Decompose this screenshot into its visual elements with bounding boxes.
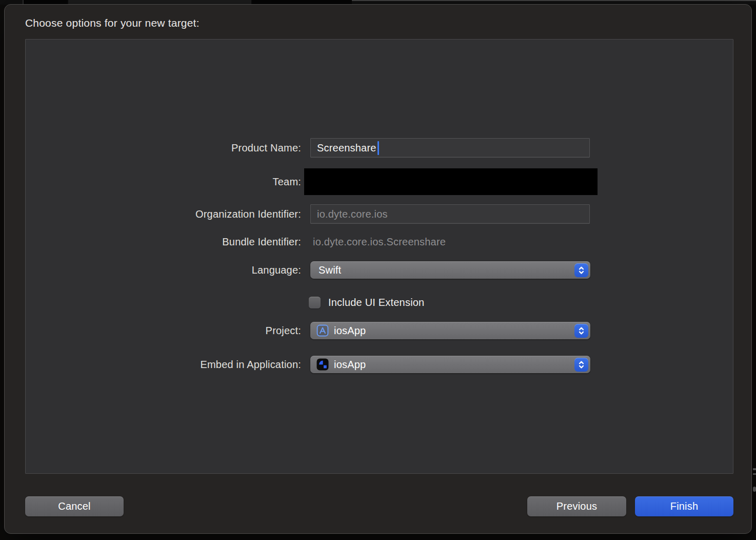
language-value: Swift bbox=[319, 264, 341, 276]
background-artifact bbox=[753, 468, 756, 470]
include-ui-extension-checkbox[interactable] bbox=[309, 297, 321, 308]
up-down-chevrons-icon[interactable] bbox=[574, 324, 588, 338]
product-name-field[interactable]: Screenshare bbox=[310, 138, 590, 158]
embed-in-application-row: Embed in Application: iosApp bbox=[26, 356, 734, 373]
text-cursor bbox=[377, 141, 379, 155]
bundle-identifier-label: Bundle Identifier: bbox=[26, 236, 301, 248]
new-target-options-dialog: Choose options for your new target: Prod… bbox=[4, 4, 752, 534]
bundle-identifier-value: io.dyte.core.ios.Screenshare bbox=[313, 236, 446, 248]
include-ui-extension-label[interactable]: Include UI Extension bbox=[328, 297, 424, 308]
app-bundle-icon bbox=[316, 358, 329, 371]
xcode-project-icon bbox=[316, 324, 329, 337]
dialog-title: Choose options for your new target: bbox=[25, 15, 200, 30]
options-panel: Product Name: Screenshare Team: Organiza… bbox=[25, 39, 733, 474]
organization-identifier-field[interactable]: io.dyte.core.ios bbox=[310, 204, 590, 224]
product-name-value: Screenshare bbox=[317, 142, 376, 154]
project-popup[interactable]: iosApp bbox=[310, 322, 590, 339]
project-label: Project: bbox=[26, 325, 301, 337]
organization-identifier-value: io.dyte.core.ios bbox=[317, 208, 388, 220]
embed-in-application-popup[interactable]: iosApp bbox=[310, 356, 590, 373]
product-name-label: Product Name: bbox=[26, 142, 301, 154]
include-ui-extension-row: Include UI Extension bbox=[26, 296, 734, 309]
language-popup[interactable]: Swift bbox=[310, 261, 590, 279]
organization-identifier-row: Organization Identifier: io.dyte.core.io… bbox=[26, 204, 734, 224]
organization-identifier-label: Organization Identifier: bbox=[26, 208, 301, 220]
up-down-chevrons-icon[interactable] bbox=[574, 263, 588, 277]
project-value: iosApp bbox=[334, 325, 366, 337]
project-row: Project: iosApp bbox=[26, 322, 734, 339]
previous-button[interactable]: Previous bbox=[527, 496, 626, 516]
team-label: Team: bbox=[26, 176, 301, 188]
background-artifact bbox=[753, 473, 756, 475]
cancel-button[interactable]: Cancel bbox=[25, 496, 124, 516]
language-row: Language: Swift bbox=[26, 261, 734, 279]
product-name-row: Product Name: Screenshare bbox=[26, 138, 734, 158]
bundle-identifier-row: Bundle Identifier: io.dyte.core.ios.Scre… bbox=[26, 234, 734, 249]
team-row: Team: bbox=[26, 168, 734, 195]
embed-in-application-value: iosApp bbox=[334, 359, 366, 371]
language-label: Language: bbox=[26, 264, 301, 276]
up-down-chevrons-icon[interactable] bbox=[574, 358, 588, 372]
embed-in-application-label: Embed in Application: bbox=[26, 359, 301, 371]
team-dropdown-redacted[interactable] bbox=[304, 168, 598, 195]
background-artifact bbox=[753, 487, 756, 492]
finish-button[interactable]: Finish bbox=[635, 496, 733, 516]
